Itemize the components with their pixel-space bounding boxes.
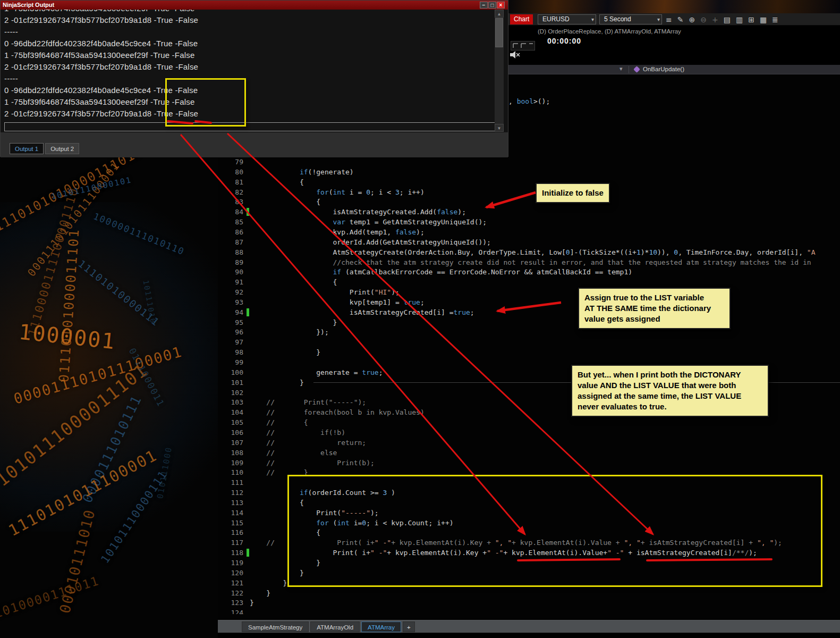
- speaker-muted-icon[interactable]: [510, 51, 521, 61]
- scrollbar-thumb[interactable]: [495, 18, 503, 47]
- code-text: }: [250, 317, 337, 328]
- line-number: 101: [225, 377, 243, 388]
- order-ticket-icon[interactable]: ▤: [724, 15, 731, 24]
- editor-tab-atmarrayold[interactable]: ATMArrayOld: [310, 622, 360, 632]
- code-line[interactable]: 83 {: [218, 197, 840, 207]
- code-line[interactable]: 97: [218, 337, 840, 347]
- code-line[interactable]: 109 // Print(b);: [218, 458, 840, 468]
- line-number: 118: [225, 548, 243, 558]
- code-line[interactable]: 98 }: [218, 347, 840, 357]
- output-tab[interactable]: Output 1: [10, 143, 44, 154]
- code-line[interactable]: 92 Print("HI");: [218, 287, 840, 297]
- change-marker: [247, 549, 249, 557]
- change-marker: [247, 509, 249, 517]
- code-fragment: , bool>();: [508, 96, 550, 106]
- change-marker: [247, 609, 249, 614]
- chart-toolbar: Chart EURUSD ▾ 5 Second ▾ ≡✎⊕⊖+▤▥⊞▦≣: [508, 13, 840, 26]
- binary-art-text: 1010000111011: [0, 574, 101, 620]
- change-marker: [247, 599, 249, 607]
- scroll-up-icon[interactable]: ▲: [495, 10, 504, 18]
- code-line[interactable]: 95 }: [218, 317, 840, 328]
- code-line[interactable]: 91 {: [218, 277, 840, 287]
- zoom-out-icon[interactable]: ⊖: [700, 15, 707, 24]
- change-marker: [247, 328, 249, 336]
- indicators-icon[interactable]: ≡: [666, 15, 672, 24]
- code-text: for(int i = 0; i < 3; i++): [250, 187, 425, 197]
- code-line[interactable]: 124: [218, 608, 840, 614]
- add-icon[interactable]: +: [712, 15, 718, 24]
- code-line[interactable]: 105 // {: [218, 417, 840, 427]
- chevron-down-icon: ▾: [591, 15, 594, 24]
- method-selector[interactable]: OnBarUpdate(): [643, 66, 684, 72]
- code-line[interactable]: 80 if(!generate): [218, 167, 840, 177]
- output-line: 1 -75bf39f646874f53aa5941300eeef29f -Tru…: [4, 10, 194, 14]
- code-line[interactable]: 93 kvp[temp1] = true;: [218, 297, 840, 307]
- line-number: 92: [225, 287, 243, 297]
- line-number: 113: [225, 498, 243, 508]
- output-window-titlebar[interactable]: NinjaScript Output −□×: [1, 1, 508, 10]
- change-marker: [247, 218, 249, 226]
- draw-tools-icon[interactable]: ✎: [677, 15, 684, 24]
- change-marker: [247, 478, 249, 486]
- minimize-button[interactable]: −: [480, 2, 488, 9]
- code-line[interactable]: 84 isAtmStrategyCreated.Add(false);: [218, 207, 840, 217]
- change-marker: [247, 358, 249, 366]
- add-tab-button[interactable]: +: [403, 622, 415, 632]
- instrument-selector[interactable]: EURUSD ▾: [538, 14, 596, 24]
- output-line: 1 -75bf39f646874f53aa5941300eeef29f -Tru…: [4, 49, 194, 61]
- data-grid-icon[interactable]: ⊞: [748, 15, 754, 24]
- price-scale-fragment: [511, 41, 535, 51]
- code-line[interactable]: 85 var temp1 = GetAtmStrategyUniqueId();: [218, 217, 840, 227]
- change-marker: [247, 318, 249, 326]
- editor-tab-atmarray[interactable]: ATMArray: [361, 622, 401, 632]
- properties-icon[interactable]: ≣: [772, 15, 778, 24]
- maximize-button[interactable]: □: [488, 2, 496, 9]
- change-marker: [247, 238, 249, 246]
- type-selector-chevron-icon[interactable]: ▾: [620, 65, 623, 72]
- code-line[interactable]: 81 {: [218, 177, 840, 187]
- code-line[interactable]: 82 for(int i = 0; i < 3; i++): [218, 187, 840, 197]
- code-text: }: [250, 588, 270, 598]
- code-line[interactable]: 122 }: [218, 588, 840, 598]
- line-number: 87: [225, 237, 243, 247]
- code-text: }: [250, 377, 304, 388]
- code-line[interactable]: 107 // return;: [218, 438, 840, 448]
- editor-tabs: SampleAtmStrategyATMArrayOldATMArray+: [218, 620, 840, 633]
- code-line[interactable]: 89 //check that the atm strategy create …: [218, 257, 840, 267]
- code-line[interactable]: 79: [218, 157, 840, 167]
- output-scrollbar[interactable]: ▲ ▼: [495, 10, 504, 132]
- line-number: 86: [225, 227, 243, 237]
- editor-tab-sampleatmstrategy[interactable]: SampleAtmStrategy: [242, 622, 309, 632]
- code-line[interactable]: 123}: [218, 598, 840, 608]
- close-button[interactable]: ×: [497, 2, 505, 9]
- line-number: 115: [225, 518, 243, 528]
- output-tabs: Output 1Output 2: [10, 143, 79, 154]
- line-number: 109: [225, 458, 243, 468]
- code-line[interactable]: 106 // if(!b): [218, 427, 840, 438]
- layout-icon[interactable]: ▦: [760, 15, 767, 24]
- navbar-divider: [629, 66, 629, 73]
- change-marker: [247, 278, 249, 286]
- interval-selector[interactable]: 5 Second ▾: [599, 14, 662, 24]
- code-line[interactable]: 87 orderId.Add(GetAtmStrategyUniqueId())…: [218, 237, 840, 247]
- line-number: 116: [225, 527, 243, 538]
- change-marker: [247, 198, 249, 206]
- code-text: // else: [250, 448, 337, 458]
- code-line[interactable]: 86 kvp.Add(temp1, false);: [218, 227, 840, 237]
- change-marker: [247, 288, 249, 296]
- highlight-rect-code: [287, 475, 822, 587]
- code-text: kvp[temp1] = true;: [250, 297, 425, 307]
- code-line[interactable]: 90 if (atmCallbackErrorCode == ErrorCode…: [218, 267, 840, 277]
- code-line[interactable]: 94 isAtmStrategyCreated[i] =true;: [218, 307, 840, 317]
- code-line[interactable]: 88 AtmStrategyCreate(OrderAction.Buy, Or…: [218, 247, 840, 257]
- code-text: isAtmStrategyCreated[i] =true;: [250, 307, 474, 317]
- output-tab[interactable]: Output 2: [45, 143, 79, 154]
- chart-trader-icon[interactable]: ▥: [736, 15, 743, 24]
- zoom-in-icon[interactable]: ⊕: [689, 15, 695, 24]
- scroll-down-icon[interactable]: ▼: [495, 124, 504, 132]
- output-input[interactable]: [4, 122, 495, 131]
- change-marker: [247, 569, 249, 577]
- line-number: 114: [225, 508, 243, 518]
- code-line[interactable]: 108 // else: [218, 448, 840, 458]
- code-line[interactable]: 96 });: [218, 327, 840, 337]
